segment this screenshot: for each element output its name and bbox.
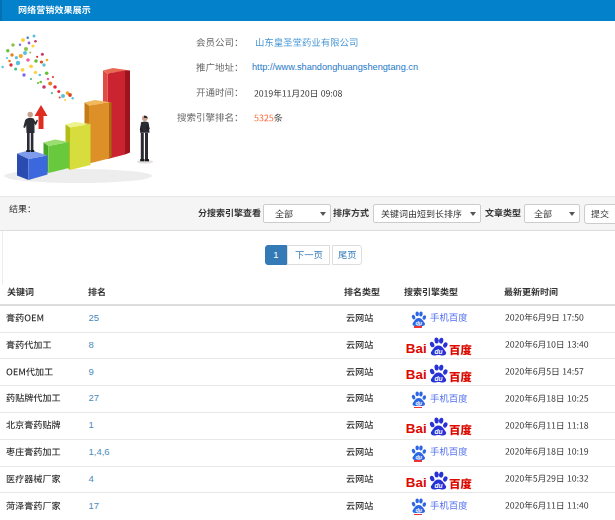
svg-text:du: du — [415, 453, 422, 459]
svg-text:du: du — [434, 375, 442, 382]
svg-text:du: du — [434, 428, 442, 435]
svg-text:du: du — [415, 319, 422, 325]
svg-text:du: du — [415, 507, 422, 513]
svg-text:du: du — [434, 348, 442, 355]
svg-text:du: du — [434, 482, 442, 489]
svg-text:du: du — [415, 400, 422, 406]
